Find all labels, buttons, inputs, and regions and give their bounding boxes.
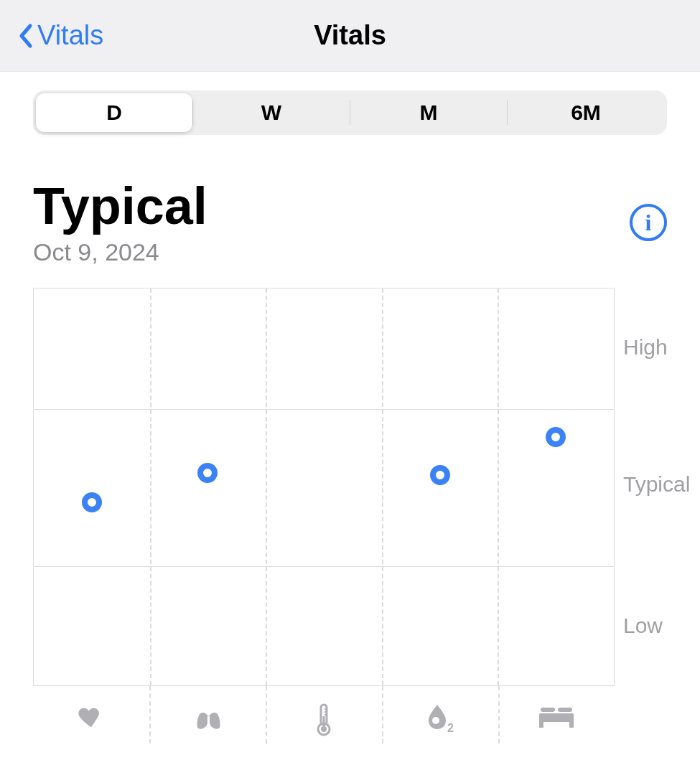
chart-point[interactable] <box>82 492 102 512</box>
svg-point-2 <box>321 726 327 732</box>
thermometer-icon <box>315 703 332 736</box>
date-label: Oct 9, 2024 <box>33 238 207 266</box>
chevron-left-icon <box>17 23 33 49</box>
y-label-low: Low <box>623 614 663 638</box>
segment-week[interactable]: W <box>193 93 350 132</box>
svg-rect-13 <box>569 721 574 728</box>
segment-label: W <box>261 100 281 125</box>
segment-label: D <box>106 100 122 125</box>
gridline-vertical <box>498 686 500 743</box>
back-button[interactable]: Vitals <box>0 20 103 51</box>
svg-point-7 <box>432 717 439 724</box>
page-title: Vitals <box>0 20 700 51</box>
svg-rect-12 <box>539 721 543 728</box>
gridline-vertical <box>266 288 267 685</box>
time-range-segmented-control[interactable]: D W M 6M <box>33 90 667 135</box>
svg-rect-11 <box>539 713 574 722</box>
blood-oxygen-icon: 2 <box>423 703 457 735</box>
segment-six-months[interactable]: 6M <box>508 93 664 132</box>
y-axis-labels: High Typical Low <box>615 288 667 686</box>
navbar: Vitals Vitals <box>0 0 700 72</box>
gridline-vertical <box>382 686 383 743</box>
segment-day[interactable]: D <box>36 93 192 132</box>
svg-rect-9 <box>541 708 555 712</box>
chart-point[interactable] <box>546 427 566 447</box>
segment-month[interactable]: M <box>350 93 507 132</box>
status-heading: Typical <box>33 179 207 234</box>
segment-label: M <box>420 100 438 125</box>
content: D W M 6M Typical Oct 9, 2024 i <box>0 90 700 743</box>
info-button[interactable]: i <box>630 204 667 241</box>
gridline-vertical <box>150 288 151 685</box>
svg-rect-10 <box>558 708 572 712</box>
back-label: Vitals <box>37 20 103 51</box>
heart-icon <box>77 703 106 732</box>
gridline-vertical <box>382 288 383 685</box>
gridline-vertical <box>149 686 151 743</box>
y-label-typical: Typical <box>623 472 690 497</box>
bed-icon <box>538 703 575 729</box>
gridline-vertical <box>498 288 499 685</box>
y-label-high: High <box>623 335 668 360</box>
gridline-horizontal <box>34 409 614 410</box>
chart-point[interactable] <box>430 465 450 485</box>
svg-text:2: 2 <box>447 722 454 734</box>
gridline-horizontal <box>34 566 614 567</box>
x-axis-icons: 2 <box>33 686 615 743</box>
chart-container: High Typical Low <box>33 288 667 686</box>
chart-header: Typical Oct 9, 2024 i <box>33 179 667 266</box>
segment-label: 6M <box>571 100 601 125</box>
chart-point[interactable] <box>197 463 218 483</box>
gridline-vertical <box>266 686 267 743</box>
chart-header-left: Typical Oct 9, 2024 <box>33 179 207 266</box>
info-icon: i <box>645 211 652 234</box>
lungs-icon <box>190 703 225 732</box>
vitals-chart[interactable] <box>33 288 615 686</box>
